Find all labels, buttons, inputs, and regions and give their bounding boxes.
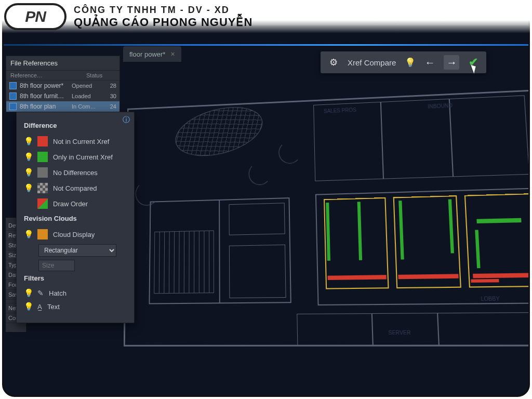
- logo-icon: PN: [4, 3, 66, 30]
- gear-icon[interactable]: [328, 57, 339, 68]
- close-icon[interactable]: ✕: [170, 51, 175, 58]
- xref-compare-label: Xref Compare: [348, 58, 396, 67]
- table-header: Reference… Status: [6, 71, 119, 81]
- file-references-panel: File References Reference… Status 8th fl…: [6, 56, 120, 112]
- dwg-icon: [9, 92, 17, 100]
- dwg-icon: [9, 103, 17, 110]
- company-line2: QUẢNG CÁO PHONG NGUYỄN: [74, 16, 252, 29]
- section-heading: Difference: [24, 122, 127, 129]
- legend-item[interactable]: 💡Not Compared: [24, 180, 127, 196]
- legend-item[interactable]: Draw Order: [24, 196, 127, 211]
- text-icon: [37, 303, 42, 311]
- filter-text[interactable]: 💡Text: [24, 300, 127, 313]
- hatch-icon: [37, 289, 44, 297]
- cloud-size-input[interactable]: [38, 260, 75, 271]
- xref-compare-toolbar: Xref Compare: [321, 51, 486, 73]
- section-heading: Filters: [24, 274, 127, 282]
- table-row[interactable]: 8th floor furnit… Loaded 30: [6, 91, 119, 101]
- company-line1: CÔNG TY TNHH TM - DV - XD: [74, 5, 252, 16]
- table-row[interactable]: 8th floor plan In Com… 24: [6, 101, 119, 112]
- info-icon[interactable]: ⓘ: [123, 115, 130, 125]
- compare-settings-panel: ⓘ Difference 💡Not in Current Xref 💡Only …: [16, 112, 135, 323]
- next-icon[interactable]: [444, 55, 459, 70]
- bulb-icon[interactable]: [404, 57, 416, 68]
- document-tab[interactable]: floor power* ✕: [123, 46, 181, 62]
- table-row[interactable]: 8th floor power* Opened 28: [6, 81, 119, 91]
- section-heading: Revision Clouds: [24, 215, 127, 222]
- panel-divider: [4, 44, 528, 46]
- document-tab-label: floor power*: [129, 50, 165, 58]
- legend-item[interactable]: 💡No Differences: [24, 165, 127, 180]
- legend-item[interactable]: 💡Only in Current Xref: [24, 149, 127, 165]
- cloud-shape-select[interactable]: Rectangular: [38, 244, 116, 257]
- previous-icon[interactable]: [424, 57, 435, 68]
- cloud-display-toggle[interactable]: 💡Cloud Display: [24, 227, 127, 242]
- watermark-header: PN CÔNG TY TNHH TM - DV - XD QUẢNG CÁO P…: [0, 0, 532, 33]
- panel-title: File References: [6, 56, 119, 71]
- filter-hatch[interactable]: 💡Hatch: [24, 286, 127, 300]
- dwg-icon: [9, 82, 17, 89]
- legend-item[interactable]: 💡Not in Current Xref: [24, 134, 127, 149]
